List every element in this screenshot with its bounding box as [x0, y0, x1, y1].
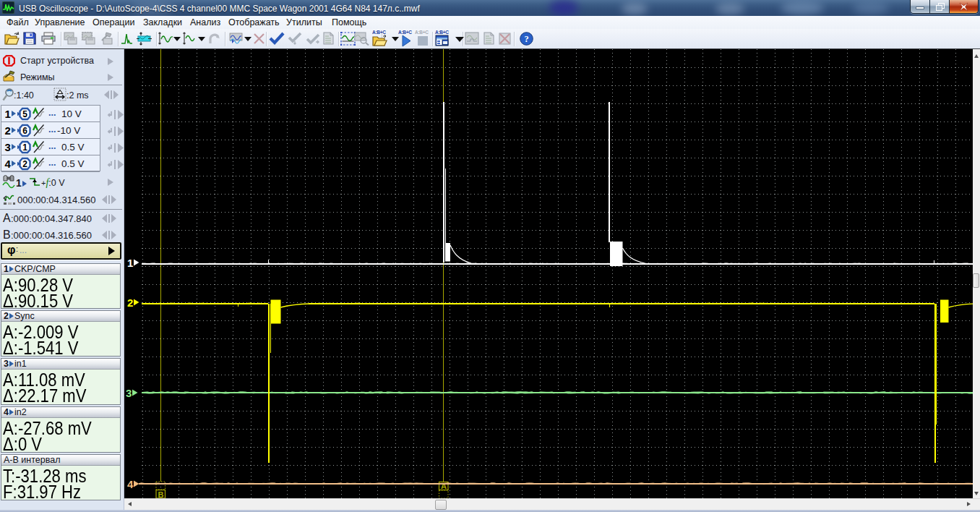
svg-text:B: B — [158, 490, 164, 499]
svg-text:1: 1 — [22, 142, 27, 153]
svg-text:A:B+C: A:B+C — [435, 30, 449, 35]
svg-text:5: 5 — [22, 109, 27, 119]
svg-text:3: 3 — [126, 387, 132, 399]
svg-text:A:B+C: A:B+C — [372, 30, 386, 35]
svg-text:?: ? — [524, 34, 528, 44]
svg-text:A:B+C: A:B+C — [415, 30, 429, 35]
svg-text:A:B+C: A:B+C — [398, 30, 412, 35]
svg-text:1: 1 — [127, 257, 133, 269]
svg-text:2: 2 — [127, 296, 133, 309]
svg-text:2: 2 — [22, 159, 27, 169]
svg-text:4: 4 — [127, 478, 134, 490]
svg-text:6: 6 — [22, 126, 27, 136]
